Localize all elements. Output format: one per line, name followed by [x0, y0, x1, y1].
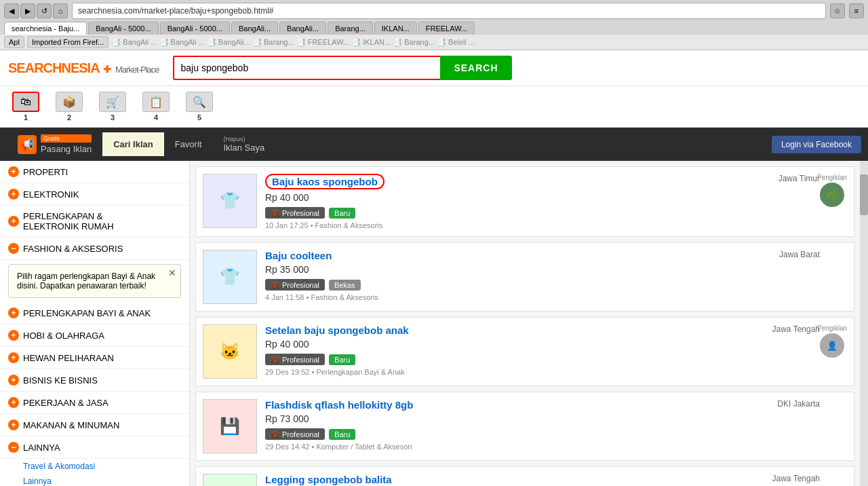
- briefcase-icon-0: 💼: [271, 208, 280, 217]
- star-button[interactable]: ☆: [830, 3, 845, 18]
- listing-location-1: Jawa Barat: [779, 250, 820, 259]
- sidebar-category-hewan[interactable]: + HEWAN PELIHARAAN: [0, 347, 189, 369]
- category-label-bayi: PERLENGKAPAN BAYI & ANAK: [23, 308, 151, 318]
- listing-badges-2: 💼 Profesional Baru: [265, 354, 847, 365]
- listing-title-2[interactable]: Setelan baju spongebob anak: [265, 324, 847, 336]
- sidebar-category-properti[interactable]: + PROPERTI: [0, 161, 189, 183]
- plus-icon-makanan: +: [8, 419, 19, 430]
- plus-icon-hewan: +: [8, 352, 19, 363]
- quick-link-4[interactable]: 📋 4: [136, 90, 176, 123]
- tab-pasang-iklan[interactable]: 📢 Gratis Pasang Iklan: [7, 128, 102, 161]
- sidebar-category-perlengkapan[interactable]: + PERLENGKAPAN &ELEKTRONIK RUMAH: [0, 206, 189, 238]
- listing-item-0: 👕 Baju kaos spongebob Rp 40 000 💼 Profes…: [195, 166, 854, 237]
- search-form: SEARCH: [173, 56, 512, 80]
- tooltip-text: Pilih ragam perlengkapan Bayi & Anak dis…: [17, 272, 155, 291]
- badge-pro-1: 💼 Profesional: [265, 279, 325, 291]
- tab-3[interactable]: BangAli...: [231, 22, 278, 35]
- address-bar[interactable]: searchnesia.com/market-place/baju+sponge…: [72, 3, 826, 19]
- listing-meta-1: 4 Jan 11:58 • Fashion & Aksesoris: [265, 293, 847, 301]
- bookmark-apl[interactable]: Apl: [4, 36, 24, 48]
- category-label-elektronik: ELEKTRONIK: [23, 189, 79, 200]
- quick-link-3[interactable]: 🛒 3: [92, 90, 133, 123]
- search-input[interactable]: [173, 56, 441, 80]
- sidebar-category-fashion[interactable]: − FASHION & AKSESORIS: [0, 238, 189, 260]
- tab-6[interactable]: IKLAN...: [374, 22, 417, 35]
- main-layout: + PROPERTI + ELEKTRONIK + PERLENGKAPAN &…: [0, 161, 868, 486]
- listing-badges-1: 💼 Profesional Bekas: [265, 279, 847, 291]
- plus-icon-hobi: +: [8, 330, 19, 341]
- tab-1[interactable]: BangAli - 5000...: [88, 22, 158, 35]
- plus-icon-bisnis: +: [8, 375, 19, 386]
- category-label-properti: PROPERTI: [23, 167, 68, 177]
- listing-details-3: Flashdisk qflash hellokitty 8gb Rp 73 00…: [265, 399, 847, 453]
- tab-5[interactable]: Barang...: [328, 22, 373, 35]
- refresh-button[interactable]: ↺: [37, 3, 52, 18]
- listing-price-0: Rp 40 000: [265, 192, 847, 203]
- logo-plus-icon: ✚: [103, 64, 111, 75]
- category-label-bisnis: BISNIS KE BISNIS: [23, 375, 98, 386]
- scrollbar-thumb[interactable]: [860, 174, 868, 215]
- sidebar-sub-lainnya[interactable]: Lainnya: [0, 474, 189, 486]
- pasang-iklan-icon: 📢: [18, 135, 37, 154]
- listing-thumb-4: 👖: [203, 474, 257, 486]
- tab-4[interactable]: BangAli...: [279, 22, 326, 35]
- badge-new-0: Baru: [329, 208, 355, 219]
- quick-link-icon-3: 🛒: [99, 92, 126, 112]
- sidebar-category-hobi[interactable]: + HOBI & OLAHRAGA: [0, 324, 189, 347]
- listing-title-3[interactable]: Flashdisk qflash hellokitty 8gb: [265, 399, 847, 411]
- listing-title-4[interactable]: Legging spongebob balita: [265, 474, 847, 485]
- briefcase-icon-1: 💼: [271, 280, 280, 289]
- briefcase-icon-3: 💼: [271, 430, 280, 438]
- tab-favorit[interactable]: Favorit: [164, 132, 213, 156]
- category-label-lainnya: LAINNYA: [23, 443, 60, 453]
- tab-iklan-saya[interactable]: (Hapus) Iklan Saya: [212, 129, 275, 160]
- category-label-makanan: MAKANAN & MINUMAN: [23, 420, 119, 430]
- category-label-perlengkapan: PERLENGKAPAN &ELEKTRONIK RUMAH: [23, 211, 114, 231]
- briefcase-icon-2: 💼: [271, 355, 280, 364]
- sidebar-tooltip: ✕ Pilih ragam perlengkapan Bayi & Anak d…: [8, 264, 181, 298]
- home-button[interactable]: ⌂: [53, 3, 68, 18]
- sidebar-category-pekerjaan[interactable]: + PEKERJAAN & JASA: [0, 392, 189, 414]
- quick-link-icon-5: 🔍: [186, 92, 213, 112]
- quick-link-1[interactable]: 🛍 1: [5, 90, 46, 123]
- forward-button[interactable]: ▶: [20, 3, 35, 18]
- site-logo[interactable]: SEARCHNESIA ✚ Market-Place: [8, 60, 159, 76]
- listing-thumb-2: 🐱: [203, 324, 257, 379]
- seller-label-2: Pengiklan: [817, 324, 847, 332]
- tab-cari-iklan[interactable]: Cari Iklan: [102, 132, 164, 156]
- sidebar-category-lainnya[interactable]: − LAINNYA: [0, 436, 189, 459]
- quick-link-icon-4: 📋: [142, 92, 170, 112]
- sidebar-sub-travel[interactable]: Travel & Akomodasi: [0, 459, 189, 474]
- back-button[interactable]: ◀: [4, 3, 19, 18]
- tab-active[interactable]: searchnesia - Baju...: [4, 22, 87, 35]
- logo-s: S: [8, 60, 16, 75]
- listing-title-0[interactable]: Baju kaos spongebob: [265, 174, 847, 189]
- listing-location-4: Jawa Tengah: [772, 474, 821, 483]
- menu-button[interactable]: ≡: [849, 3, 864, 18]
- listing-location-0: Jawa Timur: [778, 174, 820, 183]
- tab-7[interactable]: FREELAW...: [418, 22, 475, 35]
- listing-price-1: Rp 35 000: [265, 264, 847, 275]
- listing-location-3: DKI Jakarta: [777, 399, 820, 409]
- tab-2[interactable]: BangAli - 5000...: [160, 22, 230, 35]
- listing-seller-0: Pengiklan 🌿: [817, 174, 847, 207]
- quick-link-2[interactable]: 📦 2: [49, 90, 90, 123]
- tooltip-close-button[interactable]: ✕: [168, 267, 176, 278]
- gratis-badge: Gratis: [41, 134, 92, 143]
- listing-title-1[interactable]: Baju coolteen: [265, 250, 847, 261]
- hapus-label: (Hapus): [223, 136, 264, 143]
- quick-link-5[interactable]: 🔍 5: [179, 90, 220, 123]
- scrollbar[interactable]: [860, 161, 868, 486]
- sidebar-category-elektronik[interactable]: + ELEKTRONIK: [0, 183, 189, 206]
- sidebar-category-makanan[interactable]: + MAKANAN & MINUMAN: [0, 414, 189, 436]
- sidebar-category-bayi[interactable]: + PERLENGKAPAN BAYI & ANAK: [0, 302, 189, 324]
- bookmark-imported[interactable]: Imported From Firef...: [27, 36, 108, 48]
- sidebar-category-bisnis[interactable]: + BISNIS KE BISNIS: [0, 369, 189, 392]
- listing-price-2: Rp 40 000: [265, 339, 847, 350]
- seller-label-0: Pengiklan: [817, 174, 847, 181]
- login-facebook-button[interactable]: Login via Facebook: [772, 136, 861, 153]
- listings-content: 👕 Baju kaos spongebob Rp 40 000 💼 Profes…: [190, 161, 860, 486]
- search-button[interactable]: SEARCH: [440, 56, 511, 80]
- bookmarks-more: 📑 BangAli ... 📑 BangAli ... 📑 BangAli...…: [111, 38, 475, 47]
- quick-link-icon-1: 🛍: [12, 92, 39, 112]
